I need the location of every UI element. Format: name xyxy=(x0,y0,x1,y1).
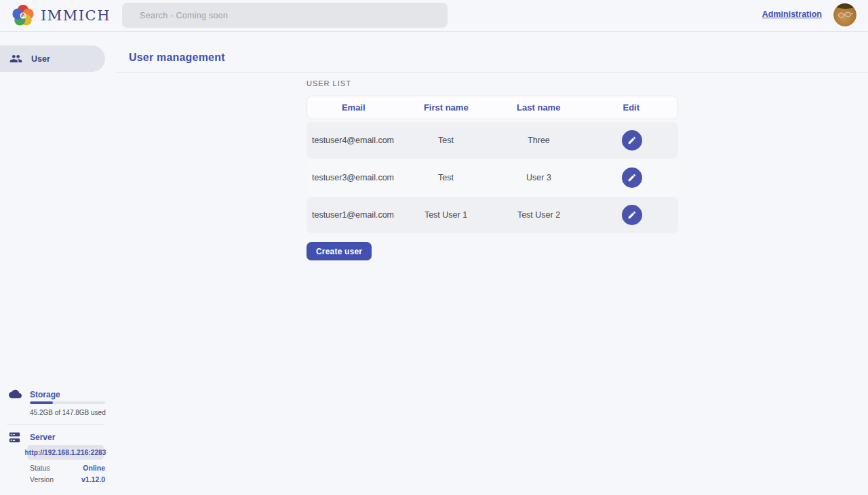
version-label: Version xyxy=(30,475,54,483)
column-header-email: Email xyxy=(307,102,400,113)
cell-email: testuser4@email.com xyxy=(307,136,399,145)
pencil-icon xyxy=(627,210,637,220)
version-value: v1.12.0 xyxy=(81,475,105,483)
cell-first-name: Test xyxy=(399,136,492,145)
user-table-row: testuser4@email.com Test Three xyxy=(307,122,678,159)
pencil-icon xyxy=(627,136,637,145)
cell-last-name: Three xyxy=(492,136,585,145)
column-header-last-name: Last name xyxy=(492,102,585,113)
cell-last-name: User 3 xyxy=(492,173,585,182)
edit-user-button[interactable] xyxy=(622,130,642,151)
logo-text: IMMICH xyxy=(41,7,111,24)
user-table: Email First name Last name Edit testuser… xyxy=(307,96,678,234)
cell-first-name: Test xyxy=(399,173,492,182)
avatar-image xyxy=(833,3,856,26)
cell-first-name: Test User 1 xyxy=(399,210,492,220)
user-table-row: testuser3@email.com Test User 3 xyxy=(307,159,678,196)
sidebar-item-label: User xyxy=(31,54,50,64)
edit-user-button[interactable] xyxy=(622,167,642,188)
cell-last-name: Test User 2 xyxy=(492,210,585,220)
storage-usage-text: 45.2GB of 147.8GB used xyxy=(30,409,106,416)
user-table-row: testuser1@email.com Test User 1 Test Use… xyxy=(307,197,678,233)
server-status-row: Status Online xyxy=(30,464,105,472)
search-input[interactable] xyxy=(122,3,448,28)
administration-link[interactable]: Administration xyxy=(762,9,822,19)
pencil-icon xyxy=(627,173,637,182)
column-header-edit: Edit xyxy=(585,102,678,113)
cell-email: testuser1@email.com xyxy=(307,210,399,220)
panel-divider xyxy=(7,424,105,425)
status-value: Online xyxy=(83,464,105,472)
server-url-badge: http://192.168.1.216:2283 xyxy=(27,445,104,460)
server-icon xyxy=(9,432,20,443)
storage-title: Storage xyxy=(30,390,60,399)
storage-progress-bar xyxy=(30,401,105,404)
server-title: Server xyxy=(30,433,55,442)
cloud-icon xyxy=(9,389,22,399)
page-title: User management xyxy=(129,52,225,64)
edit-user-button[interactable] xyxy=(622,205,642,225)
create-user-button[interactable]: Create user xyxy=(307,242,372,260)
user-list-label: USER LIST xyxy=(307,79,351,87)
app-header: IMMICH Administration xyxy=(0,0,868,32)
immich-flower-icon xyxy=(11,3,35,28)
users-group-icon xyxy=(9,52,22,65)
sidebar-item-user[interactable]: User xyxy=(0,45,105,72)
status-label: Status xyxy=(30,464,50,472)
cell-email: testuser3@email.com xyxy=(307,173,399,182)
server-version-row: Version v1.12.0 xyxy=(30,475,105,483)
title-divider xyxy=(116,72,868,73)
table-header-row: Email First name Last name Edit xyxy=(307,96,678,119)
column-header-first-name: First name xyxy=(400,102,493,113)
user-avatar[interactable] xyxy=(833,3,856,26)
app-logo[interactable]: IMMICH xyxy=(11,3,111,28)
table-body: testuser4@email.com Test Three testuser3… xyxy=(307,122,678,233)
storage-progress-fill xyxy=(30,401,53,404)
